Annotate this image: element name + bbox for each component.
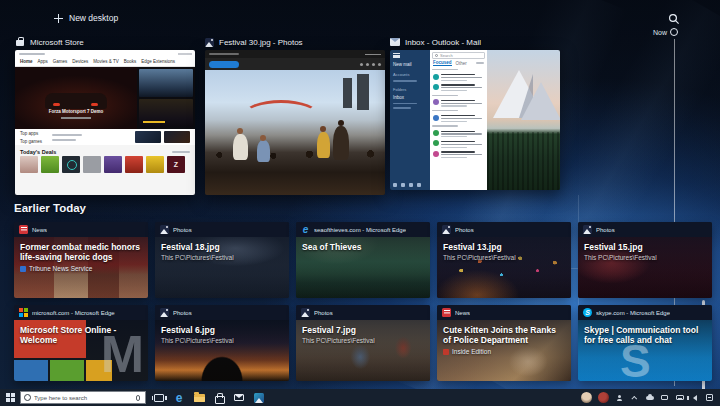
mail-icon	[234, 394, 244, 401]
mail-taskbar-button[interactable]	[233, 392, 245, 404]
folder-icon	[194, 394, 205, 402]
card-title: Festival 7.jpg	[302, 325, 424, 335]
window-thumbnail-store[interactable]: Home Apps Games Devices Movies & TV Book…	[15, 50, 195, 195]
window-thumbnail-photos[interactable]	[205, 50, 385, 195]
card-title: Microsoft Store Online - Welcome	[20, 325, 142, 345]
store-nav-books: Books	[124, 59, 137, 64]
photos-app-icon	[205, 38, 214, 47]
edge-taskbar-button[interactable]: e	[173, 392, 185, 404]
card-path: This PC\Pictures\Festival	[302, 337, 424, 344]
stage-tower	[357, 74, 369, 110]
store-hero-image: Forza Motorsport 7 Demo	[15, 67, 137, 129]
email-row	[432, 139, 485, 149]
plus-icon	[54, 14, 63, 23]
card-title: Skype | Communication tool for free call…	[584, 325, 706, 345]
tab-focused: Focused	[433, 60, 452, 66]
window-thumbnail-mail[interactable]: New mail Accounts Folders Inbox Search F…	[390, 50, 560, 190]
people-avatar[interactable]	[598, 392, 609, 403]
timeline-card-news-dogs[interactable]: News Former combat medic honors life-sav…	[14, 222, 148, 298]
timeline-card-festival-6[interactable]: Photos Festival 6.jpg This PC\Pictures\F…	[155, 305, 289, 381]
timeline-card-festival-18[interactable]: Photos Festival 18.jpg This PC\Pictures\…	[155, 222, 289, 298]
ms-tile	[14, 360, 48, 381]
card-title: Former combat medic honors life-saving h…	[20, 242, 142, 262]
task-view-button[interactable]	[153, 392, 165, 404]
window-header-mail: Inbox - Outlook - Mail	[390, 36, 481, 48]
edge-app-icon: e	[301, 225, 310, 234]
file-explorer-button[interactable]	[193, 392, 205, 404]
mail-inbox-item: Inbox	[393, 95, 427, 100]
timeline-card-festival-15[interactable]: Photos Festival 15.jpg This PC\Pictures\…	[578, 222, 712, 298]
window-title: Festival 30.jpg - Photos	[219, 38, 303, 47]
photos-app-icon	[583, 225, 592, 234]
taskbar: Type here to search e	[0, 389, 720, 406]
store-deals-title: Today's Deals	[20, 149, 56, 155]
store-titlebar	[15, 50, 195, 57]
microphone-icon[interactable]	[136, 395, 140, 401]
people-avatar[interactable]	[581, 392, 592, 403]
timeline-card-festival-7[interactable]: Photos Festival 7.jpg This PC\Pictures\F…	[296, 305, 430, 381]
timeline-card-festival-13[interactable]: Photos Festival 13.jpg This PC\Pictures\…	[437, 222, 571, 298]
store-nav-home: Home	[20, 59, 33, 64]
taskbar-search-box[interactable]: Type here to search	[20, 391, 146, 404]
card-title: Festival 18.jpg	[161, 242, 283, 252]
store-nav-extensions: Edge Extensions	[141, 59, 175, 64]
timeline-search-icon[interactable]	[668, 13, 680, 25]
card-path: This PC\Pictures\Festival	[443, 254, 565, 261]
store-deal-tile	[20, 156, 38, 173]
mail-new-mail: New mail	[393, 62, 427, 67]
store-deal-tile	[146, 156, 164, 173]
onedrive-cloud-icon[interactable]	[645, 393, 654, 402]
store-bag-icon	[15, 37, 25, 47]
store-deal-tile: Z	[167, 156, 185, 173]
store-deal-tile	[104, 156, 122, 173]
card-title: Festival 6.jpg	[161, 325, 283, 335]
mail-sidebar: New mail Accounts Folders Inbox	[390, 50, 430, 190]
store-promo-tile	[164, 131, 190, 143]
display-icon[interactable]	[660, 393, 669, 402]
timeline-card-ms-store-online[interactable]: microsoft.com - Microsoft Edge M Microso…	[14, 305, 148, 381]
card-title: Cute Kitten Joins the Ranks of Police De…	[443, 325, 565, 345]
photos-festival-image	[205, 70, 385, 195]
show-hidden-icons-chevron[interactable]	[630, 393, 639, 402]
timeline-card-skype[interactable]: Sskype.com - Microsoft Edge S Skype | Co…	[578, 305, 712, 381]
timeline-now-marker[interactable]	[670, 28, 678, 36]
store-nav-apps: Apps	[38, 59, 48, 64]
photos-taskbar-button[interactable]	[253, 392, 265, 404]
timeline-card-sea-of-thieves[interactable]: eseaofthieves.com - Microsoft Edge Sea o…	[296, 222, 430, 298]
photos-icon	[254, 393, 264, 403]
festival-crowd	[205, 148, 385, 162]
action-center-icon[interactable]	[705, 393, 714, 402]
card-source: Inside Edition	[452, 348, 491, 355]
photos-app-icon	[442, 225, 451, 234]
photos-titlebar	[205, 50, 385, 58]
volume-icon[interactable]	[690, 393, 699, 402]
keyboard-icon[interactable]	[675, 393, 684, 402]
card-path: This PC\Pictures\Festival	[161, 254, 283, 261]
email-row	[432, 82, 485, 92]
store-bag-icon	[214, 393, 224, 403]
new-desktop-button[interactable]: New desktop	[54, 13, 118, 23]
email-row	[432, 113, 485, 123]
card-title: Festival 13.jpg	[443, 242, 565, 252]
store-nav: Home Apps Games Devices Movies & TV Book…	[15, 57, 195, 67]
start-button[interactable]	[0, 393, 20, 402]
store-promo-tile	[135, 131, 161, 143]
section-title-earlier-today: Earlier Today	[14, 202, 86, 214]
mail-footer-icons	[393, 183, 427, 187]
timeline-card-news-kitten[interactable]: News Cute Kitten Joins the Ranks of Poli…	[437, 305, 571, 381]
skype-app-icon: S	[583, 308, 592, 317]
photos-app-icon	[301, 308, 310, 317]
timeline-now-label: Now	[620, 29, 667, 36]
card-path: This PC\Pictures\Festival	[584, 254, 706, 261]
store-deal-tile	[125, 156, 143, 173]
mail-message-list: Search Focused Other	[430, 50, 487, 190]
people-icon[interactable]	[615, 393, 624, 402]
window-header-store: Microsoft Store	[15, 36, 84, 48]
store-deal-tile	[83, 156, 101, 173]
store-deal-tile	[41, 156, 59, 173]
task-view-icon	[154, 394, 164, 402]
window-controls	[178, 53, 192, 55]
mail-tabs: Focused Other	[432, 59, 485, 67]
new-desktop-label: New desktop	[69, 13, 118, 23]
store-taskbar-button[interactable]	[213, 392, 225, 404]
